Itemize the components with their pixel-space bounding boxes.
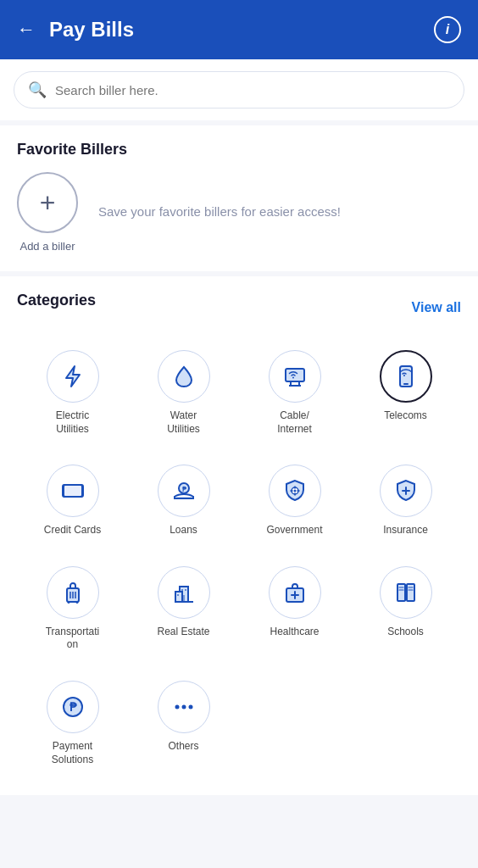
categories-title: Categories <box>17 292 96 309</box>
loans-icon-wrap: ₱ <box>158 465 210 517</box>
svg-point-39 <box>175 704 179 709</box>
real-estate-icon-wrap <box>158 566 210 619</box>
luggage-icon <box>60 580 86 605</box>
medical-bag-icon <box>282 580 308 605</box>
electric-utilities-icon-wrap <box>47 350 99 403</box>
category-item-real-estate[interactable]: Real Estate <box>128 554 239 664</box>
search-icon: 🔍 <box>28 81 47 99</box>
credit-cards-label: Credit Cards <box>44 524 101 537</box>
svg-text:₱: ₱ <box>69 700 76 714</box>
telecoms-label: Telecoms <box>384 409 427 423</box>
svg-rect-27 <box>185 589 186 591</box>
schools-label: Schools <box>387 626 424 639</box>
real-estate-label: Real Estate <box>157 626 209 639</box>
electric-utilities-label: ElectricUtilities <box>56 409 89 436</box>
transportation-label: Transportation <box>46 626 100 652</box>
svg-rect-26 <box>181 589 183 591</box>
categories-section: Categories View all ElectricUtilities Wa… <box>0 276 478 795</box>
svg-rect-25 <box>182 595 185 602</box>
others-icon-wrap <box>158 681 210 733</box>
svg-point-40 <box>181 704 186 709</box>
categories-header: Categories View all <box>17 292 461 323</box>
favorites-hint: Save your favorite billers for easier ac… <box>98 203 341 222</box>
shield-plus-icon <box>393 478 419 504</box>
drop-icon <box>171 364 197 389</box>
government-label: Government <box>266 524 322 537</box>
categories-grid: ElectricUtilities WaterUtilities <box>17 338 461 787</box>
cable-internet-icon-wrap <box>269 350 321 403</box>
category-item-transportation[interactable]: Transportation <box>17 554 128 664</box>
bolt-icon <box>60 364 86 389</box>
healthcare-icon-wrap <box>269 566 321 619</box>
svg-point-4 <box>292 377 294 379</box>
monitor-wifi-icon <box>282 364 308 389</box>
search-bar: 🔍 <box>14 71 464 108</box>
add-biller-label: Add a biller <box>19 240 75 253</box>
payment-solutions-icon-wrap: ₱ <box>47 681 99 733</box>
insurance-label: Insurance <box>383 524 428 537</box>
schools-icon-wrap <box>380 566 432 619</box>
svg-rect-23 <box>175 592 182 602</box>
others-label: Others <box>168 740 198 754</box>
category-item-schools[interactable]: Schools <box>350 554 461 664</box>
svg-point-7 <box>403 375 405 376</box>
svg-rect-30 <box>397 584 405 601</box>
hand-coin-icon: ₱ <box>171 478 197 504</box>
category-item-credit-cards[interactable]: Credit Cards <box>17 453 128 549</box>
svg-text:₱: ₱ <box>181 486 186 493</box>
cable-internet-label: Cable/Internet <box>277 409 312 436</box>
loans-label: Loans <box>170 524 197 537</box>
view-all-link[interactable]: View all <box>412 300 461 315</box>
telecoms-icon-wrap <box>380 350 432 403</box>
svg-point-41 <box>188 704 192 709</box>
svg-point-20 <box>67 601 69 604</box>
category-item-cable-internet[interactable]: Cable/Internet <box>239 338 350 448</box>
svg-rect-28 <box>177 594 179 596</box>
search-section: 🔍 <box>0 59 478 120</box>
healthcare-label: Healthcare <box>270 626 319 639</box>
category-item-water-utilities[interactable]: WaterUtilities <box>128 338 239 448</box>
add-biller-circle: + <box>17 172 78 233</box>
favorites-section: Favorite Billers + Add a biller Save you… <box>0 125 478 271</box>
favorites-title: Favorite Billers <box>17 141 461 159</box>
category-item-healthcare[interactable]: Healthcare <box>239 554 350 664</box>
water-utilities-icon-wrap <box>158 350 210 403</box>
building-icon <box>171 580 197 605</box>
info-button[interactable]: i <box>434 16 461 43</box>
category-item-telecoms[interactable]: Telecoms <box>350 338 461 448</box>
category-item-insurance[interactable]: Insurance <box>350 453 461 549</box>
transportation-icon-wrap <box>47 566 99 619</box>
search-input[interactable] <box>55 83 450 97</box>
credit-cards-icon-wrap <box>47 465 99 517</box>
credit-card-icon <box>60 478 86 504</box>
category-item-loans[interactable]: ₱ Loans <box>128 453 239 549</box>
category-item-government[interactable]: Government <box>239 453 350 549</box>
back-button[interactable]: ← <box>17 20 36 39</box>
peso-circle-icon: ₱ <box>60 694 86 720</box>
page-title: Pay Bills <box>49 18 434 42</box>
svg-rect-31 <box>407 584 414 601</box>
category-item-payment-solutions[interactable]: ₱ PaymentSolutions <box>17 669 128 778</box>
phone-wifi-icon <box>393 364 419 389</box>
dots-icon <box>171 694 197 720</box>
category-item-electric-utilities[interactable]: ElectricUtilities <box>17 338 128 448</box>
add-biller-button[interactable]: + Add a biller <box>17 172 78 253</box>
water-utilities-label: WaterUtilities <box>167 409 200 436</box>
svg-point-15 <box>293 490 296 492</box>
insurance-icon-wrap <box>380 465 432 517</box>
government-icon-wrap <box>269 465 321 517</box>
favorites-content: + Add a biller Save your favorite biller… <box>17 172 461 253</box>
header: ← Pay Bills i <box>0 0 478 59</box>
book-icon <box>393 580 419 605</box>
svg-rect-11 <box>64 485 82 497</box>
category-item-others[interactable]: Others <box>128 669 239 778</box>
shield-gear-icon <box>282 478 308 504</box>
payment-solutions-label: PaymentSolutions <box>52 740 93 766</box>
svg-point-21 <box>75 601 78 604</box>
